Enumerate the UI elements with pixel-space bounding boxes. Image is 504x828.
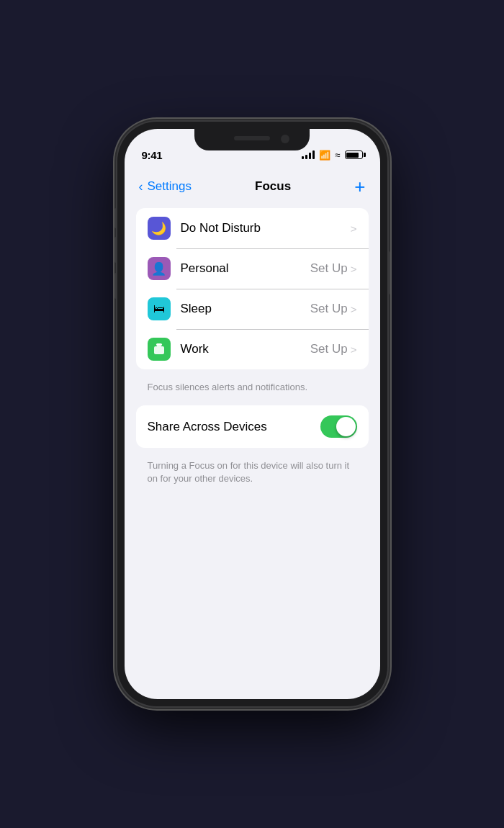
personal-row[interactable]: 👤 Personal Set Up > bbox=[136, 248, 369, 289]
back-label: Settings bbox=[148, 179, 192, 194]
back-button[interactable]: ‹ Settings bbox=[139, 179, 192, 194]
share-toggle[interactable] bbox=[320, 415, 357, 438]
nav-header: ‹ Settings Focus + bbox=[125, 171, 380, 202]
phone-frame: 9:41 📶 ≈ ‹ Settings Focus bbox=[117, 122, 387, 706]
volume-down-button[interactable] bbox=[114, 273, 117, 299]
sleep-icon: 🛏 bbox=[148, 297, 171, 320]
phone-screen: 9:41 📶 ≈ ‹ Settings Focus bbox=[125, 129, 380, 699]
personal-label: Personal bbox=[181, 261, 310, 276]
wifi-symbol: ≈ bbox=[335, 150, 340, 161]
work-setup-label: Set Up bbox=[310, 342, 348, 356]
svg-rect-2 bbox=[156, 343, 162, 346]
work-row[interactable]: Work Set Up > bbox=[136, 329, 369, 369]
page-title: Focus bbox=[255, 179, 291, 194]
focus-caption: Focus silences alerts and notifications. bbox=[136, 375, 369, 405]
wifi-icon: 📶 bbox=[319, 150, 330, 161]
personal-icon: 👤 bbox=[148, 257, 171, 280]
work-icon bbox=[148, 338, 171, 361]
add-button[interactable]: + bbox=[354, 176, 365, 198]
personal-action: Set Up > bbox=[310, 261, 357, 276]
work-action: Set Up > bbox=[310, 342, 357, 356]
svg-rect-0 bbox=[154, 346, 164, 354]
dnd-chevron-icon: > bbox=[351, 222, 357, 235]
status-time: 9:41 bbox=[142, 149, 163, 161]
share-across-devices-card: Share Across Devices bbox=[136, 405, 369, 448]
share-label: Share Across Devices bbox=[148, 420, 267, 434]
sleep-label: Sleep bbox=[181, 302, 310, 316]
sleep-action: Set Up > bbox=[310, 302, 357, 316]
content-area: 🌙 Do Not Disturb > 👤 Personal Set Up > bbox=[125, 208, 380, 699]
do-not-disturb-row[interactable]: 🌙 Do Not Disturb > bbox=[136, 208, 369, 248]
share-caption: Turning a Focus on for this device will … bbox=[136, 454, 369, 485]
status-icons: 📶 ≈ bbox=[302, 150, 362, 161]
dnd-icon: 🌙 bbox=[148, 217, 171, 240]
toggle-knob bbox=[336, 417, 356, 436]
sleep-chevron-icon: > bbox=[351, 303, 357, 315]
speaker bbox=[234, 136, 270, 140]
back-chevron-icon: ‹ bbox=[139, 179, 143, 194]
volume-up-button[interactable] bbox=[114, 237, 117, 263]
personal-setup-label: Set Up bbox=[310, 261, 348, 276]
work-label: Work bbox=[181, 342, 310, 356]
sleep-row[interactable]: 🛏 Sleep Set Up > bbox=[136, 289, 369, 329]
notch bbox=[194, 129, 310, 150]
work-chevron-icon: > bbox=[351, 343, 357, 356]
dnd-label: Do Not Disturb bbox=[181, 221, 351, 235]
battery-icon bbox=[345, 150, 363, 159]
personal-chevron-icon: > bbox=[351, 263, 357, 275]
mute-button[interactable] bbox=[114, 208, 117, 228]
sleep-setup-label: Set Up bbox=[310, 302, 348, 316]
camera bbox=[281, 135, 289, 143]
power-button[interactable] bbox=[387, 251, 390, 294]
focus-list-card: 🌙 Do Not Disturb > 👤 Personal Set Up > bbox=[136, 208, 369, 369]
signal-icon bbox=[302, 150, 315, 159]
dnd-action: > bbox=[351, 222, 357, 235]
